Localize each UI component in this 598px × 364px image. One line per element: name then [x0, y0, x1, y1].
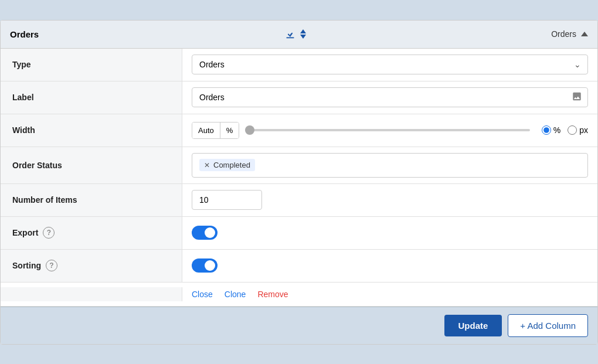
- sort-down-arrow: [300, 35, 306, 39]
- px-radio-option[interactable]: px: [568, 125, 588, 135]
- footer-links: Close Clone Remove: [182, 283, 298, 306]
- image-icon: [572, 91, 582, 104]
- order-status-box[interactable]: ✕ Completed: [192, 153, 588, 178]
- order-status-label: Order Status: [1, 147, 182, 183]
- number-of-items-row: Number of Items: [1, 184, 597, 217]
- header-right: Orders: [551, 29, 588, 39]
- clone-link[interactable]: Clone: [225, 290, 246, 299]
- add-column-button[interactable]: + Add Column: [508, 314, 588, 337]
- label-input-wrapper: [192, 87, 588, 107]
- width-content: Auto % % px: [182, 114, 597, 147]
- sort-icon[interactable]: [300, 29, 306, 39]
- label-input[interactable]: [192, 87, 588, 107]
- header-right-label: Orders: [551, 29, 576, 39]
- type-label: Type: [1, 49, 182, 81]
- sorting-toggle-thumb: [205, 260, 215, 271]
- auto-btn[interactable]: Auto: [192, 123, 220, 138]
- chevron-up-icon: [581, 32, 588, 36]
- unit-radio-group: % px: [542, 125, 588, 135]
- sorting-help-icon[interactable]: ?: [46, 260, 57, 271]
- collapse-icon[interactable]: [581, 32, 588, 36]
- sorting-row: Sorting ?: [1, 250, 597, 283]
- order-status-content: ✕ Completed: [182, 147, 597, 183]
- width-controls: Auto % % px: [192, 122, 588, 139]
- order-status-row: Order Status ✕ Completed: [1, 147, 597, 184]
- width-auto-btn: Auto %: [192, 122, 239, 139]
- header-icons: [284, 28, 306, 40]
- sorting-content: [182, 250, 597, 282]
- completed-tag-label: Completed: [213, 161, 250, 169]
- export-toggle[interactable]: [192, 226, 218, 240]
- percent-radio[interactable]: [542, 125, 551, 135]
- type-content: Orders ⌄: [182, 49, 597, 81]
- panel-title: Orders: [10, 29, 39, 39]
- remove-link[interactable]: Remove: [257, 290, 288, 299]
- panel-header: Orders Orders: [1, 21, 597, 49]
- download-icon[interactable]: [284, 28, 297, 40]
- width-label: Width: [1, 114, 182, 147]
- px-radio[interactable]: [568, 125, 577, 135]
- percent-label: %: [553, 125, 560, 135]
- completed-tag: ✕ Completed: [199, 159, 255, 171]
- close-link[interactable]: Close: [192, 290, 213, 299]
- export-row: Export ?: [1, 217, 597, 250]
- px-label: px: [579, 125, 588, 135]
- orders-panel: Orders Orders Type: [0, 20, 598, 345]
- type-select[interactable]: Orders: [192, 55, 588, 74]
- export-toggle-thumb: [205, 227, 215, 238]
- number-of-items-content: [182, 184, 597, 216]
- completed-tag-remove[interactable]: ✕: [204, 162, 210, 169]
- type-select-wrapper: Orders ⌄: [192, 55, 588, 74]
- number-of-items-input[interactable]: [192, 190, 262, 210]
- export-label: Export ?: [1, 217, 182, 249]
- width-slider-thumb[interactable]: [245, 125, 254, 135]
- update-button[interactable]: Update: [444, 315, 502, 336]
- footer-actions: Close Clone Remove: [1, 283, 597, 307]
- label-label: Label: [1, 81, 182, 114]
- width-row: Width Auto % % px: [1, 114, 597, 147]
- number-of-items-label: Number of Items: [1, 184, 182, 216]
- width-slider-track[interactable]: [245, 129, 529, 131]
- sort-up-arrow: [300, 29, 306, 33]
- sorting-label: Sorting ?: [1, 250, 182, 282]
- export-help-icon[interactable]: ?: [43, 227, 55, 239]
- bottom-bar: Update + Add Column: [1, 307, 597, 344]
- type-row: Type Orders ⌄: [1, 49, 597, 81]
- export-content: [182, 217, 597, 249]
- percent-radio-option[interactable]: %: [542, 125, 560, 135]
- percent-btn[interactable]: %: [220, 123, 239, 138]
- sorting-toggle[interactable]: [192, 258, 218, 273]
- footer-label-spacer: [1, 287, 182, 301]
- label-content: [182, 81, 597, 114]
- label-row: Label: [1, 81, 597, 114]
